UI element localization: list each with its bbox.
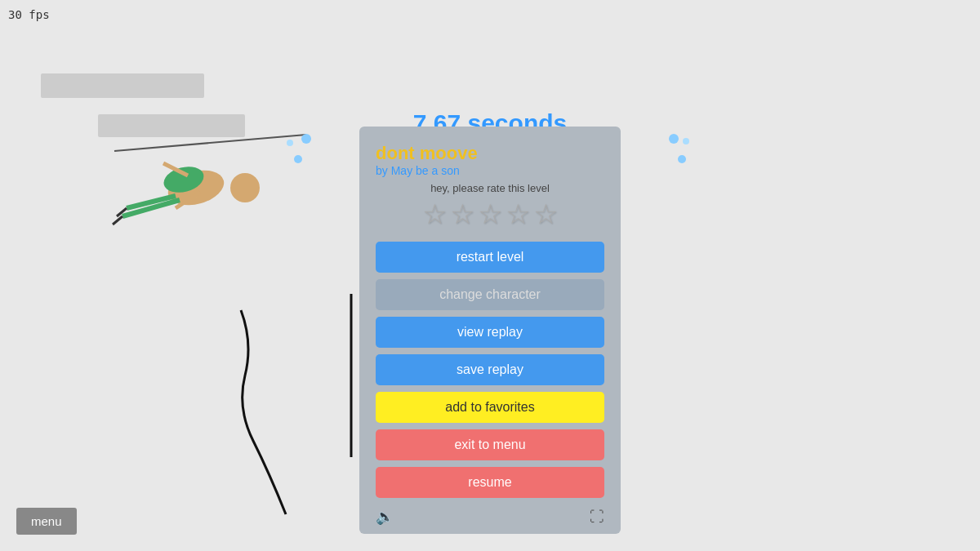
star-4[interactable]: ☆ bbox=[506, 198, 530, 230]
exit-menu-button[interactable]: exit to menu bbox=[376, 429, 604, 460]
restart-level-button[interactable]: restart level bbox=[376, 242, 604, 273]
fps-counter: 30 fps bbox=[8, 8, 50, 21]
rate-text: hey, please rate this level bbox=[376, 182, 604, 194]
modal-footer: 🔈 ⛶ bbox=[376, 504, 604, 526]
change-character-button[interactable]: change character bbox=[376, 279, 604, 310]
star-2[interactable]: ☆ bbox=[450, 198, 474, 230]
star-3[interactable]: ☆ bbox=[478, 198, 502, 230]
level-author-name: May be a son bbox=[391, 164, 460, 177]
volume-icon[interactable]: 🔈 bbox=[376, 508, 394, 526]
star-5[interactable]: ☆ bbox=[533, 198, 558, 230]
add-favorites-button[interactable]: add to favorites bbox=[376, 392, 604, 423]
view-replay-button[interactable]: view replay bbox=[376, 317, 604, 348]
menu-button[interactable]: menu bbox=[16, 508, 77, 535]
level-author: by May be a son bbox=[376, 164, 604, 177]
modal-panel: dont moove by May be a son hey, please r… bbox=[359, 127, 621, 534]
resume-button[interactable]: resume bbox=[376, 467, 604, 498]
level-title: dont moove bbox=[376, 143, 604, 164]
victory-banner: VICTORY VICTORY 7.67 seconds bbox=[286, 16, 694, 137]
stars-rating[interactable]: ☆ ☆ ☆ ☆ ☆ bbox=[376, 198, 604, 230]
save-replay-button[interactable]: save replay bbox=[376, 354, 604, 385]
star-1[interactable]: ☆ bbox=[422, 198, 447, 230]
fullscreen-icon[interactable]: ⛶ bbox=[590, 509, 604, 526]
svg-text:VICTORY: VICTORY bbox=[306, 16, 674, 18]
